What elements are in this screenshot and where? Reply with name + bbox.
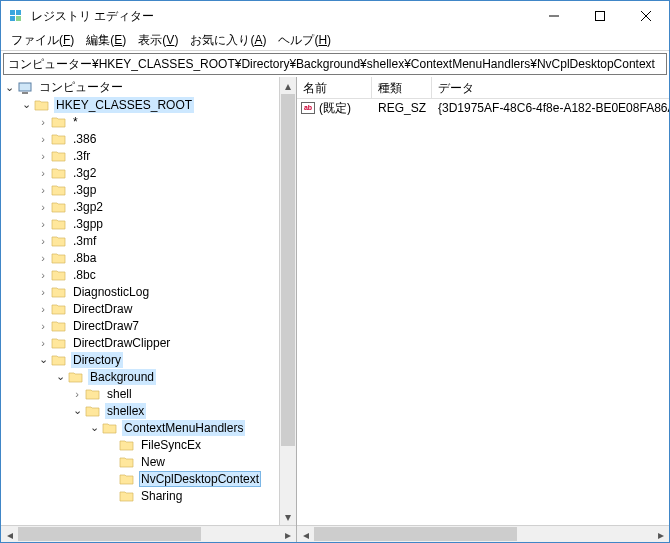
tree-item[interactable]: ›DirectDraw7 [1, 317, 279, 334]
menu-view[interactable]: 表示(V) [132, 30, 184, 51]
scroll-left-icon[interactable]: ◂ [1, 526, 18, 542]
value-name: (既定) [319, 100, 351, 117]
scroll-left-icon[interactable]: ◂ [297, 526, 314, 542]
tree-item[interactable]: NvCplDesktopContext [1, 470, 279, 487]
tree-shellex[interactable]: ⌄shellex [1, 402, 279, 419]
tree-label: ContextMenuHandlers [122, 420, 245, 436]
tree-item[interactable]: ›.8bc [1, 266, 279, 283]
menu-favorites[interactable]: お気に入り(A) [184, 30, 272, 51]
tree-item[interactable]: ›.3gpp [1, 215, 279, 232]
tree-item[interactable]: ›.3g2 [1, 164, 279, 181]
tree-label: .3g2 [71, 165, 98, 181]
svg-rect-3 [16, 16, 21, 21]
chevron-right-icon[interactable]: › [35, 250, 51, 266]
tree-item[interactable]: ›.8ba [1, 249, 279, 266]
menu-edit[interactable]: 編集(E) [80, 30, 132, 51]
tree-view[interactable]: ⌄コンピューター⌄HKEY_CLASSES_ROOT›*›.386›.3fr›.… [1, 77, 279, 525]
chevron-down-icon[interactable]: ⌄ [35, 352, 51, 368]
tree-label: NvCplDesktopContext [139, 471, 261, 487]
col-type[interactable]: 種類 [372, 77, 432, 98]
value-type: REG_SZ [372, 101, 432, 115]
chevron-right-icon[interactable]: › [35, 284, 51, 300]
tree-label: Directory [71, 352, 123, 368]
tree-hscrollbar[interactable]: ◂ ▸ [1, 525, 296, 542]
tree-item[interactable]: ›.3gp [1, 181, 279, 198]
chevron-right-icon[interactable]: › [35, 216, 51, 232]
chevron-down-icon[interactable]: ⌄ [18, 97, 34, 113]
folder-icon [34, 98, 50, 112]
menu-file[interactable]: ファイル(F) [5, 30, 80, 51]
tree-label: .3fr [71, 148, 92, 164]
tree-item[interactable]: New [1, 453, 279, 470]
titlebar: レジストリ エディター [1, 1, 669, 31]
tree-label: .3gp2 [71, 199, 105, 215]
folder-icon [51, 115, 67, 129]
chevron-right-icon[interactable]: › [35, 335, 51, 351]
menubar: ファイル(F) 編集(E) 表示(V) お気に入り(A) ヘルプ(H) [1, 31, 669, 51]
tree-label: * [71, 114, 80, 130]
chevron-right-icon[interactable]: › [35, 114, 51, 130]
list-header: 名前 種類 データ [297, 77, 669, 99]
tree-hkey[interactable]: ⌄HKEY_CLASSES_ROOT [1, 96, 279, 113]
tree-item[interactable]: ›DirectDraw [1, 300, 279, 317]
chevron-right-icon[interactable]: › [35, 131, 51, 147]
tree-item[interactable]: FileSyncEx [1, 436, 279, 453]
chevron-right-icon[interactable]: › [35, 318, 51, 334]
app-icon [9, 8, 25, 24]
scroll-right-icon[interactable]: ▸ [279, 526, 296, 542]
col-data[interactable]: データ [432, 77, 669, 98]
chevron-right-icon[interactable]: › [35, 182, 51, 198]
chevron-right-icon[interactable]: › [35, 148, 51, 164]
menu-help[interactable]: ヘルプ(H) [272, 30, 337, 51]
list-body[interactable]: ab (既定) REG_SZ {3D1975AF-48C6-4f8e-A182-… [297, 99, 669, 117]
tree-label: DirectDrawClipper [71, 335, 172, 351]
tree-label: .8ba [71, 250, 98, 266]
tree-item[interactable]: ›.3mf [1, 232, 279, 249]
tree-background[interactable]: ⌄Background [1, 368, 279, 385]
tree-root[interactable]: ⌄コンピューター [1, 79, 279, 96]
close-button[interactable] [623, 1, 669, 31]
tree-label: FileSyncEx [139, 437, 203, 453]
tree-item[interactable]: ›.3fr [1, 147, 279, 164]
chevron-down-icon[interactable]: ⌄ [86, 420, 102, 436]
list-pane: 名前 種類 データ ab (既定) REG_SZ {3D1975AF-48C6-… [297, 77, 669, 542]
folder-icon [85, 387, 101, 401]
tree-shell[interactable]: ›shell [1, 385, 279, 402]
tree-item[interactable]: ›.386 [1, 130, 279, 147]
tree-item[interactable]: Sharing [1, 487, 279, 504]
scroll-up-icon[interactable]: ▴ [280, 77, 296, 94]
window-title: レジストリ エディター [31, 8, 531, 25]
col-name[interactable]: 名前 [297, 77, 372, 98]
tree-contextmenuhandlers[interactable]: ⌄ContextMenuHandlers [1, 419, 279, 436]
chevron-right-icon[interactable]: › [35, 233, 51, 249]
tree-item[interactable]: ›* [1, 113, 279, 130]
address-bar[interactable]: コンピューター¥HKEY_CLASSES_ROOT¥Directory¥Back… [3, 53, 667, 75]
tree-item[interactable]: ›DiagnosticLog [1, 283, 279, 300]
chevron-right-icon[interactable]: › [35, 267, 51, 283]
tree-label: DirectDraw [71, 301, 134, 317]
chevron-right-icon[interactable]: › [35, 165, 51, 181]
chevron-down-icon[interactable]: ⌄ [52, 369, 68, 385]
list-row[interactable]: ab (既定) REG_SZ {3D1975AF-48C6-4f8e-A182-… [297, 99, 669, 117]
content-area: ⌄コンピューター⌄HKEY_CLASSES_ROOT›*›.386›.3fr›.… [1, 77, 669, 542]
scroll-down-icon[interactable]: ▾ [280, 508, 296, 525]
tree-item[interactable]: ›DirectDrawClipper [1, 334, 279, 351]
string-value-icon: ab [301, 102, 315, 114]
maximize-button[interactable] [577, 1, 623, 31]
tree-directory[interactable]: ⌄Directory [1, 351, 279, 368]
minimize-button[interactable] [531, 1, 577, 31]
scroll-right-icon[interactable]: ▸ [652, 526, 669, 542]
chevron-right-icon[interactable]: › [35, 199, 51, 215]
chevron-right-icon[interactable]: › [35, 301, 51, 317]
tree-item[interactable]: ›.3gp2 [1, 198, 279, 215]
chevron-down-icon[interactable]: ⌄ [69, 403, 85, 419]
list-hscrollbar[interactable]: ◂ ▸ [297, 525, 669, 542]
folder-icon [51, 132, 67, 146]
tree-label: .8bc [71, 267, 98, 283]
folder-icon [51, 149, 67, 163]
svg-rect-0 [10, 10, 15, 15]
chevron-right-icon[interactable]: › [69, 386, 85, 402]
tree-vscrollbar[interactable]: ▴ ▾ [279, 77, 296, 525]
folder-icon [119, 489, 135, 503]
chevron-down-icon[interactable]: ⌄ [1, 80, 17, 96]
